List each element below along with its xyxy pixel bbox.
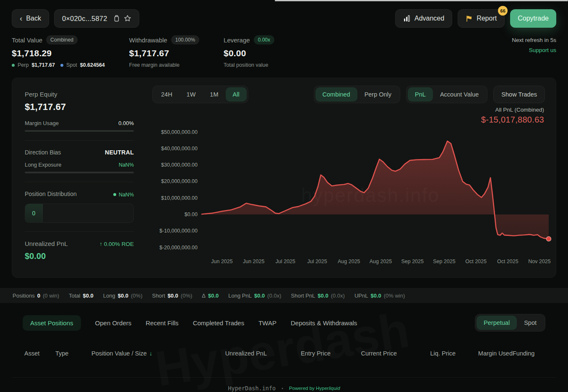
col-entry-price[interactable]: Entry Price: [267, 347, 331, 360]
x-axis-label: Sep 2025: [433, 259, 456, 264]
y-axis-label: $30,000,000.00: [161, 162, 198, 168]
y-axis-label: $20,000,000.00: [161, 178, 198, 184]
timerange-1m[interactable]: 1M: [203, 87, 225, 102]
position-distribution-box: 0: [25, 204, 134, 223]
col-liq-price[interactable]: Liq. Price: [397, 347, 456, 360]
col-asset: Asset: [24, 347, 55, 360]
chevron-left-icon: ‹: [20, 14, 22, 22]
last-point-marker: [547, 237, 551, 241]
timerange-all[interactable]: All: [226, 87, 247, 102]
report-button[interactable]: Report 66: [458, 9, 505, 28]
tab-recent-fills[interactable]: Recent Fills: [146, 315, 178, 331]
divider: [25, 182, 134, 182]
withdrawable-stat: Withdrawable 100.00% $1,717.67 Free marg…: [129, 35, 199, 68]
chart-header: All PnL (Combined) $-15,017,880.63: [481, 107, 544, 125]
show-trades-button[interactable]: Show Trades: [493, 86, 545, 103]
x-axis-label: Aug 2025: [338, 259, 360, 264]
x-axis-label: Aug 2025: [370, 259, 392, 264]
perp-equity-value: $1,717.67: [25, 102, 134, 112]
market-perpetual[interactable]: Perpetual: [477, 316, 517, 330]
direction-bias-label: Direction Bias: [25, 149, 61, 156]
col-current-price[interactable]: Current Price: [331, 347, 397, 360]
spot-dot-icon: [60, 64, 63, 67]
tab-deposits-withdrawals[interactable]: Deposits & Withdrawals: [291, 315, 357, 331]
distribution-count: 0: [25, 204, 43, 222]
col-type: Type: [55, 347, 91, 360]
upnl-stat: UPnL $0.0 (0% win): [354, 293, 405, 299]
long-exposure-bar: [25, 172, 134, 173]
back-button[interactable]: ‹ Back: [12, 9, 49, 28]
x-axis-label: Sep 2025: [401, 259, 424, 264]
table-tabs: Asset Positions Open Orders Recent Fills…: [12, 308, 556, 332]
wallet-address-pill[interactable]: 0×020c...5872: [54, 9, 139, 28]
tab-open-orders[interactable]: Open Orders: [95, 315, 132, 331]
sort-desc-icon: ↓: [149, 350, 152, 357]
total-value-label: Total Value: [12, 37, 42, 44]
col-funding[interactable]: Funding: [513, 347, 534, 360]
positions-table-header: Asset Type Position Value / Size↓ Unreal…: [12, 347, 556, 360]
spot-label: Spot: [66, 62, 77, 68]
tab-asset-positions[interactable]: Asset Positions: [23, 315, 81, 331]
market-spot[interactable]: Spot: [517, 316, 544, 330]
total-value-amount: $1,718.29: [12, 48, 105, 58]
copytrade-button[interactable]: Copytrade: [510, 9, 556, 28]
footer-separator: •: [281, 386, 283, 391]
copytrade-label: Copytrade: [518, 15, 549, 22]
roe-value: ↑ 0.00% ROE: [99, 241, 134, 247]
metric-segmented: PnL Account Value: [406, 86, 487, 103]
long-pnl-stat: Long PnL $0.0 (0.0x): [228, 293, 281, 299]
chart-title: All PnL (Combined): [481, 107, 544, 113]
y-axis-label: $50,000,000.00: [161, 129, 198, 135]
long-exposure-value: NaN%: [119, 162, 134, 168]
divider: [25, 140, 134, 141]
tab-twap[interactable]: TWAP: [258, 315, 276, 331]
pnl-chart[interactable]: hyperdash.info$50,000,000.00$40,000,000.…: [152, 124, 561, 270]
wallet-address: 0×020c...5872: [62, 15, 107, 23]
topbar: ‹ Back 0×020c...5872 Advanced Report 66: [0, 0, 568, 28]
divider: [25, 231, 134, 232]
positions-table-section: Hyperdash Asset Positions Open Orders Re…: [12, 308, 556, 392]
leverage-stat: Leverage 0.00x $0.00 Total position valu…: [224, 35, 274, 68]
timerange-24h[interactable]: 24H: [154, 87, 180, 102]
pnl-area-fill: [202, 141, 549, 239]
bar-chart-icon: [403, 15, 411, 22]
mode-perp-only[interactable]: Perp Only: [357, 87, 399, 102]
withdrawable-amount: $1,717.67: [129, 48, 199, 58]
margin-usage-bar: [25, 130, 134, 132]
delta-stat: Δ $0.0: [202, 293, 219, 299]
copy-icon[interactable]: [113, 15, 120, 22]
col-position-value-size[interactable]: Position Value / Size↓: [91, 347, 196, 360]
advanced-button[interactable]: Advanced: [395, 9, 452, 28]
portfolio-card: Perp Equity $1,717.67 Margin Usage 0.00%…: [12, 78, 556, 278]
perp-label: Perp: [18, 62, 29, 68]
col-unrealized-pnl[interactable]: Unrealized PnL: [196, 347, 267, 360]
support-us-link[interactable]: Support us: [512, 47, 556, 53]
tab-completed-trades[interactable]: Completed Trades: [193, 315, 245, 331]
distribution-dot-icon: [113, 193, 116, 196]
col-margin-used[interactable]: Margin Used: [456, 347, 513, 360]
y-axis-label: $10,000,000.00: [161, 195, 198, 201]
withdrawable-badge: 100.00%: [171, 35, 199, 44]
chart-total-pnl: $-15,017,880.63: [481, 115, 544, 125]
x-axis-label: Nov 2025: [528, 259, 551, 264]
withdrawable-sub: Free margin available: [129, 62, 199, 68]
mode-combined[interactable]: Combined: [315, 87, 357, 102]
powered-by-link[interactable]: Powered by Hyperliquid: [289, 386, 340, 391]
spot-value: $0.624564: [80, 62, 105, 68]
report-label: Report: [477, 15, 497, 22]
y-axis-label: $40,000,000.00: [161, 146, 198, 152]
position-distribution-value: NaN%: [119, 192, 134, 198]
withdrawable-label: Withdrawable: [129, 37, 167, 44]
y-axis-label: $0.00: [185, 212, 198, 217]
long-exposure-label: Long Exposure: [25, 162, 61, 168]
x-axis-label: Jul 2025: [307, 259, 327, 264]
x-axis-label: Jun 2025: [243, 259, 264, 264]
perp-value: $1,717.67: [31, 62, 55, 68]
star-icon[interactable]: [124, 15, 131, 22]
metric-pnl[interactable]: PnL: [408, 87, 433, 102]
metric-account-value[interactable]: Account Value: [433, 87, 486, 102]
market-segmented: Perpetual Spot: [475, 314, 545, 332]
timerange-1w[interactable]: 1W: [180, 87, 203, 102]
report-count-badge: 66: [498, 6, 508, 16]
combined-badge: Combined: [46, 35, 78, 44]
